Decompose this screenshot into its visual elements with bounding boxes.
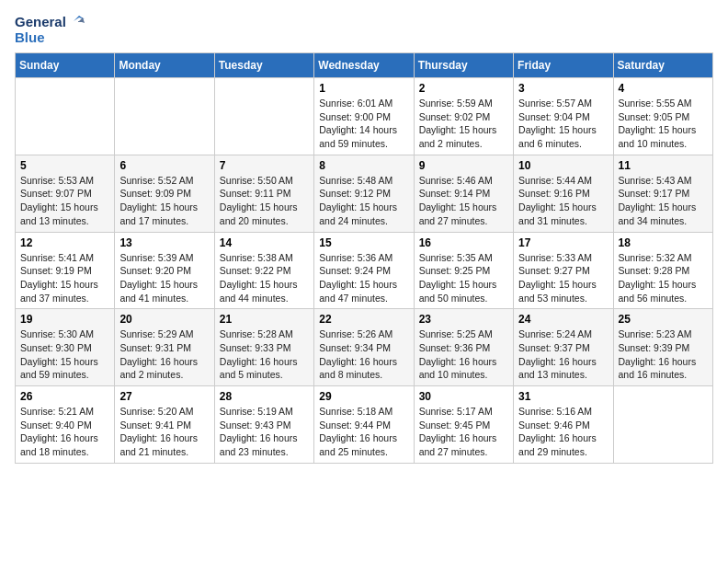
day-number: 20 <box>119 313 209 326</box>
calendar-cell: 25Sunrise: 5:23 AMSunset: 9:39 PMDayligh… <box>613 309 712 386</box>
page-header: General Blue <box>15 15 713 45</box>
day-detail: Sunrise: 5:24 AMSunset: 9:37 PMDaylight:… <box>518 327 608 382</box>
day-number: 27 <box>119 390 209 403</box>
day-number: 25 <box>619 313 708 326</box>
day-detail: Sunrise: 5:43 AMSunset: 9:17 PMDaylight:… <box>619 174 708 228</box>
calendar-cell <box>115 78 214 155</box>
day-detail: Sunrise: 5:32 AMSunset: 9:28 PMDaylight:… <box>619 251 708 305</box>
day-detail: Sunrise: 5:28 AMSunset: 9:33 PMDaylight:… <box>220 327 309 382</box>
calendar-cell <box>16 78 115 155</box>
day-detail: Sunrise: 5:30 AMSunset: 9:30 PMDaylight:… <box>20 327 109 382</box>
logo-general: General <box>15 15 66 30</box>
logo-bird-icon <box>68 12 85 29</box>
day-detail: Sunrise: 5:48 AMSunset: 9:12 PMDaylight:… <box>319 174 408 228</box>
day-detail: Sunrise: 5:35 AMSunset: 9:25 PMDaylight:… <box>419 251 508 305</box>
day-detail: Sunrise: 5:38 AMSunset: 9:22 PMDaylight:… <box>220 251 309 305</box>
day-number: 18 <box>619 236 708 249</box>
calendar-cell: 19Sunrise: 5:30 AMSunset: 9:30 PMDayligh… <box>16 309 115 386</box>
calendar-cell: 30Sunrise: 5:17 AMSunset: 9:45 PMDayligh… <box>414 386 513 464</box>
day-number: 9 <box>419 159 508 172</box>
calendar-cell: 2Sunrise: 5:59 AMSunset: 9:02 PMDaylight… <box>414 78 513 155</box>
day-number: 11 <box>619 159 708 172</box>
day-detail: Sunrise: 5:21 AMSunset: 9:40 PMDaylight:… <box>20 405 109 459</box>
day-detail: Sunrise: 5:20 AMSunset: 9:41 PMDaylight:… <box>119 405 209 459</box>
day-detail: Sunrise: 5:16 AMSunset: 9:46 PMDaylight:… <box>518 405 608 459</box>
calendar-cell: 24Sunrise: 5:24 AMSunset: 9:37 PMDayligh… <box>514 309 613 386</box>
calendar-cell: 12Sunrise: 5:41 AMSunset: 9:19 PMDayligh… <box>16 232 115 309</box>
calendar-week-2: 5Sunrise: 5:53 AMSunset: 9:07 PMDaylight… <box>16 155 713 232</box>
calendar-cell: 9Sunrise: 5:46 AMSunset: 9:14 PMDaylight… <box>414 155 513 232</box>
calendar-cell: 5Sunrise: 5:53 AMSunset: 9:07 PMDaylight… <box>16 155 115 232</box>
day-number: 2 <box>419 82 508 95</box>
day-number: 10 <box>518 159 608 172</box>
weekday-header-tuesday: Tuesday <box>214 53 313 78</box>
weekday-header-saturday: Saturday <box>613 53 712 78</box>
day-detail: Sunrise: 5:36 AMSunset: 9:24 PMDaylight:… <box>319 251 408 305</box>
day-number: 30 <box>419 390 508 403</box>
day-number: 13 <box>119 236 209 249</box>
calendar-table: SundayMondayTuesdayWednesdayThursdayFrid… <box>15 52 713 464</box>
day-detail: Sunrise: 5:25 AMSunset: 9:36 PMDaylight:… <box>419 327 508 382</box>
day-number: 28 <box>220 390 309 403</box>
calendar-cell: 6Sunrise: 5:52 AMSunset: 9:09 PMDaylight… <box>115 155 214 232</box>
day-detail: Sunrise: 5:33 AMSunset: 9:27 PMDaylight:… <box>518 251 608 305</box>
calendar-cell <box>613 386 712 464</box>
calendar-cell: 26Sunrise: 5:21 AMSunset: 9:40 PMDayligh… <box>16 386 115 464</box>
calendar-week-1: 1Sunrise: 6:01 AMSunset: 9:00 PMDaylight… <box>16 78 713 155</box>
day-detail: Sunrise: 5:55 AMSunset: 9:05 PMDaylight:… <box>619 97 708 151</box>
day-number: 5 <box>20 159 109 172</box>
weekday-header-sunday: Sunday <box>16 53 115 78</box>
day-detail: Sunrise: 5:44 AMSunset: 9:16 PMDaylight:… <box>518 174 608 228</box>
calendar-week-3: 12Sunrise: 5:41 AMSunset: 9:19 PMDayligh… <box>16 232 713 309</box>
calendar-cell: 7Sunrise: 5:50 AMSunset: 9:11 PMDaylight… <box>214 155 313 232</box>
day-number: 1 <box>319 82 408 95</box>
day-detail: Sunrise: 5:53 AMSunset: 9:07 PMDaylight:… <box>20 174 109 228</box>
day-number: 29 <box>319 390 408 403</box>
day-detail: Sunrise: 5:59 AMSunset: 9:02 PMDaylight:… <box>419 97 508 151</box>
calendar-cell: 20Sunrise: 5:29 AMSunset: 9:31 PMDayligh… <box>115 309 214 386</box>
day-detail: Sunrise: 5:57 AMSunset: 9:04 PMDaylight:… <box>518 97 608 151</box>
day-number: 14 <box>220 236 309 249</box>
calendar-cell: 4Sunrise: 5:55 AMSunset: 9:05 PMDaylight… <box>613 78 712 155</box>
day-number: 21 <box>220 313 309 326</box>
day-detail: Sunrise: 6:01 AMSunset: 9:00 PMDaylight:… <box>319 97 408 151</box>
day-detail: Sunrise: 5:18 AMSunset: 9:44 PMDaylight:… <box>319 405 408 459</box>
calendar-cell: 14Sunrise: 5:38 AMSunset: 9:22 PMDayligh… <box>214 232 313 309</box>
day-number: 15 <box>319 236 408 249</box>
logo-blue: Blue <box>15 30 85 46</box>
calendar-cell: 31Sunrise: 5:16 AMSunset: 9:46 PMDayligh… <box>514 386 613 464</box>
day-detail: Sunrise: 5:46 AMSunset: 9:14 PMDaylight:… <box>419 174 508 228</box>
calendar-cell: 10Sunrise: 5:44 AMSunset: 9:16 PMDayligh… <box>514 155 613 232</box>
calendar-cell: 13Sunrise: 5:39 AMSunset: 9:20 PMDayligh… <box>115 232 214 309</box>
calendar-cell: 1Sunrise: 6:01 AMSunset: 9:00 PMDaylight… <box>314 78 414 155</box>
calendar-cell: 16Sunrise: 5:35 AMSunset: 9:25 PMDayligh… <box>414 232 513 309</box>
calendar-cell: 17Sunrise: 5:33 AMSunset: 9:27 PMDayligh… <box>514 232 613 309</box>
day-number: 7 <box>220 159 309 172</box>
logo: General Blue <box>15 15 85 45</box>
calendar-cell: 8Sunrise: 5:48 AMSunset: 9:12 PMDaylight… <box>314 155 414 232</box>
calendar-week-4: 19Sunrise: 5:30 AMSunset: 9:30 PMDayligh… <box>16 309 713 386</box>
day-detail: Sunrise: 5:26 AMSunset: 9:34 PMDaylight:… <box>319 327 408 382</box>
day-number: 17 <box>518 236 608 249</box>
calendar-cell: 18Sunrise: 5:32 AMSunset: 9:28 PMDayligh… <box>613 232 712 309</box>
weekday-header-thursday: Thursday <box>414 53 513 78</box>
calendar-week-5: 26Sunrise: 5:21 AMSunset: 9:40 PMDayligh… <box>16 386 713 464</box>
weekday-header-monday: Monday <box>115 53 214 78</box>
day-number: 24 <box>518 313 608 326</box>
calendar-cell: 22Sunrise: 5:26 AMSunset: 9:34 PMDayligh… <box>314 309 414 386</box>
day-number: 23 <box>419 313 508 326</box>
day-detail: Sunrise: 5:29 AMSunset: 9:31 PMDaylight:… <box>119 327 209 382</box>
day-detail: Sunrise: 5:41 AMSunset: 9:19 PMDaylight:… <box>20 251 109 305</box>
day-detail: Sunrise: 5:17 AMSunset: 9:45 PMDaylight:… <box>419 405 508 459</box>
calendar-cell: 23Sunrise: 5:25 AMSunset: 9:36 PMDayligh… <box>414 309 513 386</box>
day-detail: Sunrise: 5:52 AMSunset: 9:09 PMDaylight:… <box>119 174 209 228</box>
day-number: 3 <box>518 82 608 95</box>
calendar-cell: 15Sunrise: 5:36 AMSunset: 9:24 PMDayligh… <box>314 232 414 309</box>
calendar-cell: 27Sunrise: 5:20 AMSunset: 9:41 PMDayligh… <box>115 386 214 464</box>
day-number: 8 <box>319 159 408 172</box>
day-number: 22 <box>319 313 408 326</box>
day-detail: Sunrise: 5:19 AMSunset: 9:43 PMDaylight:… <box>220 405 309 459</box>
day-detail: Sunrise: 5:39 AMSunset: 9:20 PMDaylight:… <box>119 251 209 305</box>
day-number: 6 <box>119 159 209 172</box>
calendar-cell: 11Sunrise: 5:43 AMSunset: 9:17 PMDayligh… <box>613 155 712 232</box>
